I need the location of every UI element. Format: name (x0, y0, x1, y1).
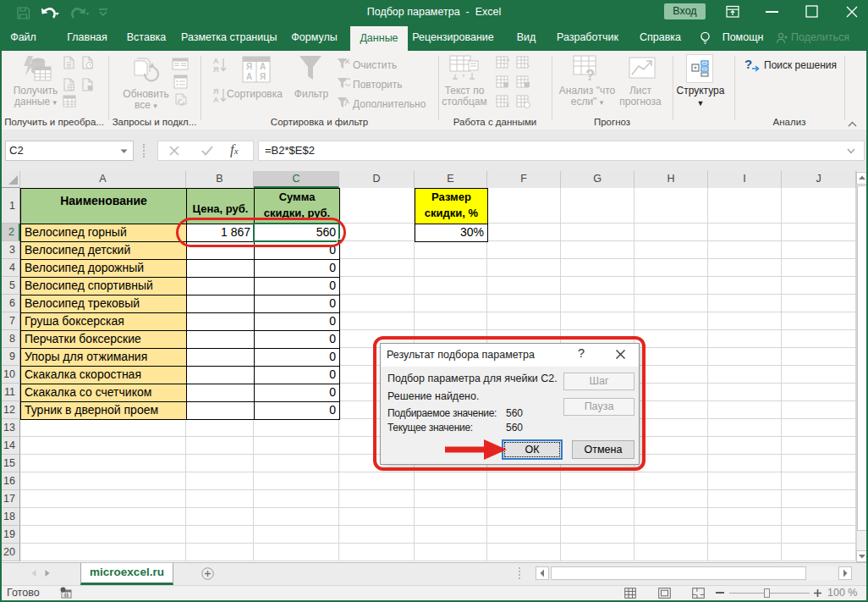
svg-text:Я: Я (260, 72, 266, 81)
svg-text:Я: Я (246, 62, 252, 71)
svg-text:?: ? (585, 67, 595, 83)
svg-text:А: А (246, 72, 252, 81)
svg-text:?: ? (744, 58, 752, 71)
svg-text:А: А (213, 96, 219, 104)
svg-text:А: А (213, 57, 219, 65)
svg-text:Я: Я (213, 87, 218, 96)
svg-text:Я: Я (213, 65, 218, 74)
svg-text:А: А (260, 62, 266, 71)
